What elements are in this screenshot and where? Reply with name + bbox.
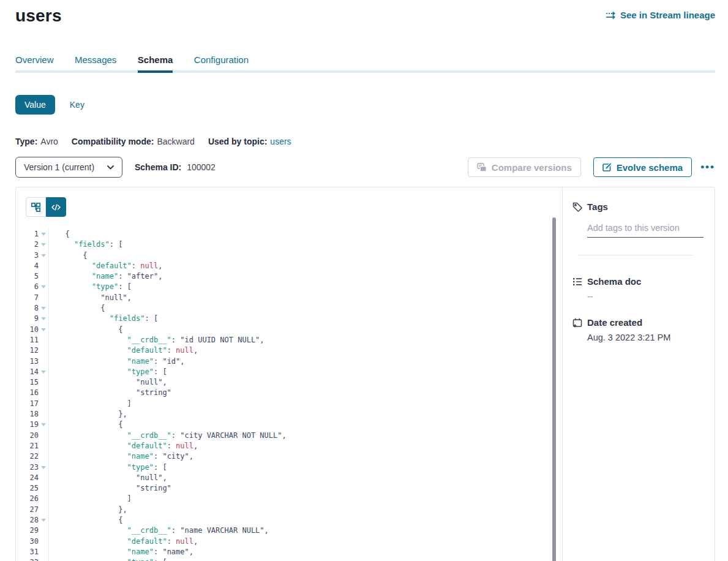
fold-gutter xyxy=(39,388,49,398)
value-key-toggle: Value Key xyxy=(15,95,715,115)
line-number: 5 xyxy=(16,271,39,282)
stream-lineage-link[interactable]: See in Stream lineage xyxy=(606,10,715,20)
fold-toggle-icon[interactable] xyxy=(39,420,49,430)
code-text: { xyxy=(49,420,122,430)
line-number: 4 xyxy=(16,261,39,271)
value-toggle-button[interactable]: Value xyxy=(15,95,55,115)
code-line: 9 "fields": [ xyxy=(16,314,562,324)
line-number: 11 xyxy=(16,335,39,345)
tree-view-icon xyxy=(31,203,40,212)
tab-messages[interactable]: Messages xyxy=(75,55,116,70)
code-line: 29 "__crdb__": "name VARCHAR NULL", xyxy=(16,525,562,536)
fold-gutter xyxy=(39,441,49,451)
date-created-value: Aug. 3 2022 3:21 PM xyxy=(587,333,705,342)
code-line: 31 "name": "name", xyxy=(16,547,562,557)
line-number: 28 xyxy=(16,515,39,525)
used-by-topic-link[interactable]: users xyxy=(270,137,291,146)
schema-doc-value: -- xyxy=(587,292,705,301)
code-line: 20 "__crdb__": "city VARCHAR NOT NULL", xyxy=(16,431,562,441)
fold-toggle-icon[interactable] xyxy=(39,229,49,239)
schema-panel: 1 {2 "fields": [3 {4 "default": null,5 "… xyxy=(15,187,715,561)
code-text: "null", xyxy=(49,473,167,483)
tab-configuration[interactable]: Configuration xyxy=(194,55,249,70)
line-number: 3 xyxy=(16,250,39,261)
line-number: 6 xyxy=(16,282,39,292)
key-toggle-link[interactable]: Key xyxy=(70,100,84,110)
code-line: 13 "name": "id", xyxy=(16,356,562,367)
code-text: "string" xyxy=(49,388,171,398)
evolve-schema-button[interactable]: Evolve schema xyxy=(593,157,692,177)
schema-id: Schema ID: 100002 xyxy=(135,162,216,172)
schema-editor: 1 {2 "fields": [3 {4 "default": null,5 "… xyxy=(16,187,563,561)
code-text: "null", xyxy=(49,377,167,388)
editor-scrollbar[interactable] xyxy=(552,217,556,561)
add-tags-input[interactable] xyxy=(587,223,704,238)
fold-gutter xyxy=(39,261,49,271)
tab-schema[interactable]: Schema xyxy=(138,55,173,73)
line-number: 19 xyxy=(16,420,39,430)
code-text: "name": "after", xyxy=(49,271,162,282)
code-line: 4 "default": null, xyxy=(16,261,562,271)
code-line: 22 "name": "city", xyxy=(16,451,562,462)
code-content[interactable]: 1 {2 "fields": [3 {4 "default": null,5 "… xyxy=(16,229,562,561)
code-line: 14 "type": [ xyxy=(16,367,562,377)
line-number: 25 xyxy=(16,483,39,494)
code-line: 10 { xyxy=(16,325,562,335)
stream-lineage-label: See in Stream lineage xyxy=(620,10,715,20)
code-line: 2 "fields": [ xyxy=(16,239,562,250)
code-view-icon xyxy=(51,204,61,211)
fold-toggle-icon[interactable] xyxy=(39,462,49,473)
fold-toggle-icon[interactable] xyxy=(39,314,49,324)
chevron-down-icon xyxy=(107,165,114,170)
type-label: Type: xyxy=(15,137,37,146)
schema-meta-row: Type: Avro Compatibility mode: Backward … xyxy=(15,137,715,146)
line-number: 23 xyxy=(16,462,39,473)
fold-toggle-icon[interactable] xyxy=(39,303,49,314)
line-number: 12 xyxy=(16,345,39,356)
code-line: 11 "__crdb__": "id UUID NOT NULL", xyxy=(16,335,562,345)
line-number: 13 xyxy=(16,356,39,367)
code-view-button[interactable] xyxy=(46,197,66,217)
page-header: users See in Stream lineage xyxy=(15,0,715,26)
line-number: 26 xyxy=(16,494,39,504)
calendar-plus-icon xyxy=(572,318,582,328)
list-icon xyxy=(572,277,582,287)
date-created-heading-label: Date created xyxy=(587,317,642,328)
code-line: 16 "string" xyxy=(16,388,562,398)
line-number: 2 xyxy=(16,239,39,250)
code-line: 17 ] xyxy=(16,399,562,409)
line-number: 24 xyxy=(16,473,39,483)
stream-lineage-icon xyxy=(606,10,616,20)
code-text: { xyxy=(49,325,122,335)
fold-toggle-icon[interactable] xyxy=(39,239,49,250)
fold-toggle-icon[interactable] xyxy=(39,282,49,292)
tab-overview[interactable]: Overview xyxy=(15,55,54,70)
fold-gutter xyxy=(39,483,49,494)
fold-gutter xyxy=(39,293,49,303)
fold-gutter xyxy=(39,431,49,441)
page-title: users xyxy=(15,6,62,26)
fold-toggle-icon[interactable] xyxy=(39,250,49,261)
code-text: { xyxy=(49,303,105,314)
code-line: 8 { xyxy=(16,303,562,314)
code-line: 25 "string" xyxy=(16,483,562,494)
code-text: "name": "city", xyxy=(49,451,193,462)
tree-view-button[interactable] xyxy=(26,197,46,217)
fold-gutter xyxy=(39,505,49,515)
fold-gutter xyxy=(39,409,49,420)
fold-toggle-icon[interactable] xyxy=(39,325,49,335)
schema-page: users See in Stream lineage Overview Mes… xyxy=(0,0,728,561)
tags-heading-label: Tags xyxy=(587,201,608,212)
version-select[interactable]: Version 1 (current) xyxy=(15,157,122,178)
fold-gutter xyxy=(39,537,49,547)
fold-toggle-icon[interactable] xyxy=(39,557,49,561)
code-line: 18 }, xyxy=(16,409,562,420)
fold-toggle-icon[interactable] xyxy=(39,367,49,377)
code-text: "string" xyxy=(49,483,171,494)
type-value: Avro xyxy=(40,137,58,146)
version-select-value: Version 1 (current) xyxy=(24,162,94,172)
more-actions-button[interactable]: ••• xyxy=(700,157,715,177)
fold-toggle-icon[interactable] xyxy=(39,515,49,525)
compare-versions-button[interactable]: Compare versions xyxy=(468,157,581,177)
code-line: 15 "null", xyxy=(16,377,562,388)
